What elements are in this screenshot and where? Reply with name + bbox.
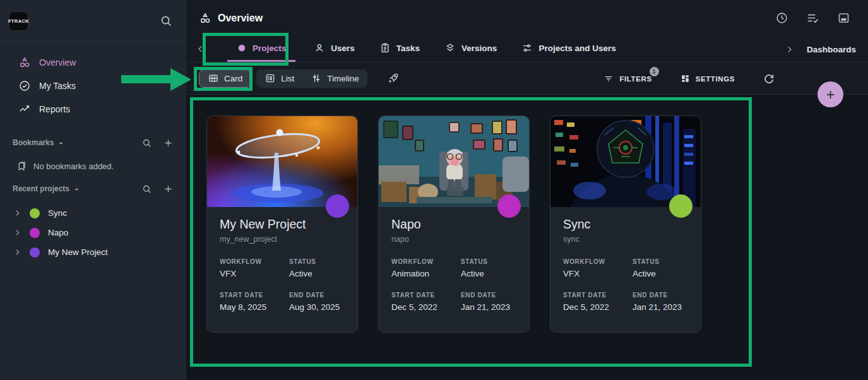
filters-label: FILTERS	[619, 75, 651, 83]
projects-card-grid: My New Project my_new_project WORKFLOW V…	[186, 95, 868, 380]
recent-project-sync[interactable]: Sync	[0, 203, 186, 223]
status-value: Active	[633, 269, 688, 278]
caret-up-icon	[58, 140, 64, 146]
tab-versions[interactable]: Versions	[435, 36, 506, 62]
project-title: Sync	[563, 217, 688, 232]
add-project-fab[interactable]: +	[817, 81, 843, 107]
project-thumbnail	[379, 116, 529, 207]
sidebar-item-my-tasks[interactable]: My Tasks	[0, 74, 186, 97]
sidebar-nav: Overview My Tasks Reports	[0, 42, 186, 121]
recent-project-my-new-project[interactable]: My New Project	[0, 242, 186, 262]
view-list-button[interactable]: List	[256, 69, 302, 88]
tabs-scroll-left-icon[interactable]	[192, 36, 208, 62]
tabs-scroll-right-icon[interactable]	[785, 45, 794, 54]
bookmarks-empty-state: No bookmarks added.	[0, 161, 186, 172]
status-value: Active	[289, 269, 345, 278]
tab-projects-and-users[interactable]: Projects and Users	[512, 36, 625, 62]
sidebar-item-label: Overview	[39, 57, 76, 68]
start-date-label: START DATE	[220, 292, 289, 299]
dashboards-link[interactable]: Dashboards	[807, 45, 856, 54]
shapes-icon	[18, 56, 31, 69]
search-icon[interactable]	[159, 14, 173, 28]
search-icon[interactable]	[141, 184, 152, 194]
refresh-icon[interactable]	[763, 73, 775, 85]
thumbnail-animation-room-image	[379, 116, 529, 207]
project-title: Napo	[391, 217, 516, 232]
timeline-sliders-icon	[311, 73, 322, 84]
project-card-sync[interactable]: Sync sync WORKFLOW VFX STATUS Active STA…	[550, 116, 701, 333]
view-button-label: Card	[224, 74, 242, 83]
end-date-label: END DATE	[633, 292, 688, 299]
project-name: Sync	[48, 208, 67, 218]
status-label: STATUS	[289, 258, 345, 265]
tab-label: Versions	[461, 44, 497, 53]
view-card-button[interactable]: Card	[199, 69, 251, 88]
project-avatar	[669, 194, 693, 218]
grid-icon	[208, 73, 219, 84]
main-area: Overview Projects U	[186, 0, 868, 380]
check-circle-icon	[18, 80, 31, 92]
tab-label: Projects and Users	[538, 44, 615, 53]
search-icon[interactable]	[141, 138, 152, 148]
project-avatar	[497, 194, 521, 218]
project-thumbnail	[207, 116, 357, 207]
project-avatar	[326, 194, 349, 218]
thumbnail-cyberpunk-robot-image	[550, 116, 701, 207]
plus-icon[interactable]	[163, 138, 174, 148]
chevron-right-icon[interactable]	[13, 229, 21, 237]
rocket-icon[interactable]	[387, 72, 400, 85]
project-card-napo[interactable]: Napo napo WORKFLOW Animation STATUS Acti…	[378, 116, 530, 333]
sidebar-item-label: My Tasks	[39, 81, 76, 91]
status-value: Active	[461, 269, 516, 278]
bookmark-icon	[16, 161, 27, 172]
layers-icon	[444, 42, 456, 54]
bookmarks-empty-text: No bookmarks added.	[33, 162, 114, 171]
workflow-label: WORKFLOW	[220, 258, 289, 265]
toolbar: Card List Timeline	[186, 62, 868, 95]
chevron-right-icon[interactable]	[13, 209, 21, 217]
sidebar-item-reports[interactable]: Reports	[0, 97, 186, 121]
workflow-value: VFX	[220, 269, 289, 278]
caret-up-icon	[74, 186, 80, 192]
project-name: My New Project	[48, 247, 108, 257]
view-timeline-button[interactable]: Timeline	[302, 69, 367, 88]
recent-projects-section-header: Recent projects	[0, 181, 186, 197]
tab-projects[interactable]: Projects	[227, 36, 295, 62]
end-date-value: Jan 21, 2023	[461, 302, 516, 312]
tab-label: Projects	[253, 44, 286, 53]
project-code: napo	[391, 235, 516, 244]
sidebar-item-label: Reports	[39, 104, 70, 114]
sidebar: FTRACK Overview My Tasks Reports Bookmar…	[0, 0, 186, 380]
chevron-right-icon[interactable]	[13, 248, 21, 256]
view-switcher: Card List Timeline	[199, 69, 367, 88]
end-date-label: END DATE	[289, 292, 345, 299]
page-title-text: Overview	[218, 13, 263, 24]
project-title: My New Project	[220, 217, 345, 232]
project-card-my-new-project[interactable]: My New Project my_new_project WORKFLOW V…	[206, 116, 358, 333]
bookmarks-collapse[interactable]: Bookmarks	[13, 138, 64, 147]
dock-panel-icon[interactable]	[837, 11, 850, 25]
project-card-body: My New Project my_new_project WORKFLOW V…	[207, 207, 357, 325]
playlist-check-icon[interactable]	[806, 11, 820, 25]
trending-up-icon	[18, 103, 31, 116]
clipboard-icon	[379, 42, 391, 54]
project-color-dot	[30, 228, 40, 238]
project-color-dot	[30, 208, 40, 218]
recent-project-napo[interactable]: Napo	[0, 223, 186, 242]
clock-icon[interactable]	[775, 11, 788, 25]
filter-icon	[603, 73, 614, 85]
tab-users[interactable]: Users	[304, 36, 364, 62]
plus-icon[interactable]	[163, 184, 174, 194]
tab-tasks[interactable]: Tasks	[370, 36, 429, 62]
settings-button[interactable]: SETTINGS	[680, 73, 735, 84]
recent-projects-collapse[interactable]: Recent projects	[13, 184, 80, 193]
tab-label: Users	[331, 44, 355, 53]
filters-button[interactable]: FILTERS 1	[603, 73, 651, 85]
project-fields: WORKFLOW Animation STATUS Active START D…	[391, 258, 516, 325]
dashboard-squares-icon	[680, 73, 691, 84]
workflow-value: Animation	[391, 269, 461, 278]
sidebar-item-overview[interactable]: Overview	[0, 50, 186, 74]
tab-label: Tasks	[396, 44, 420, 53]
header-actions	[775, 0, 850, 36]
view-button-label: Timeline	[327, 74, 359, 83]
